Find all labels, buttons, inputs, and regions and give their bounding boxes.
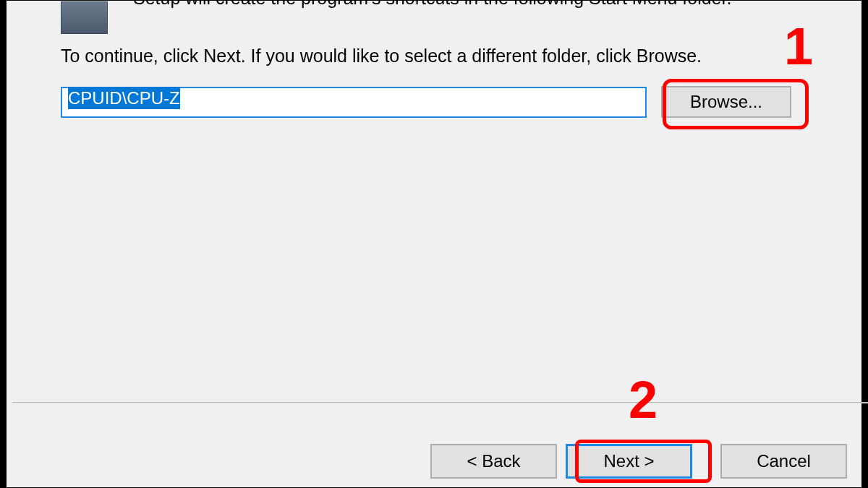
content-area: Setup will create the program's shortcut…: [7, 1, 861, 398]
annotation-marker-2: 2: [629, 370, 658, 429]
next-button[interactable]: Next >: [566, 444, 692, 479]
instruction-text: To continue, click Next. If you would li…: [61, 46, 702, 67]
annotation-marker-1: 1: [784, 17, 813, 76]
header-text: Setup will create the program's shortcut…: [133, 0, 731, 10]
path-row: CPUID\CPU-Z Browse...: [61, 86, 791, 118]
folder-icon: [61, 0, 108, 34]
browse-button[interactable]: Browse...: [661, 86, 791, 118]
folder-icon-area: [61, 0, 108, 34]
cancel-button[interactable]: Cancel: [720, 444, 847, 479]
button-row: < Back Next > Cancel: [430, 444, 847, 479]
folder-path-input[interactable]: CPUID\CPU-Z: [61, 87, 647, 118]
installer-dialog: Setup will create the program's shortcut…: [6, 0, 862, 488]
separator-line: [12, 402, 868, 403]
back-button[interactable]: < Back: [430, 444, 557, 479]
folder-path-selected-text: CPUID\CPU-Z: [68, 87, 180, 109]
